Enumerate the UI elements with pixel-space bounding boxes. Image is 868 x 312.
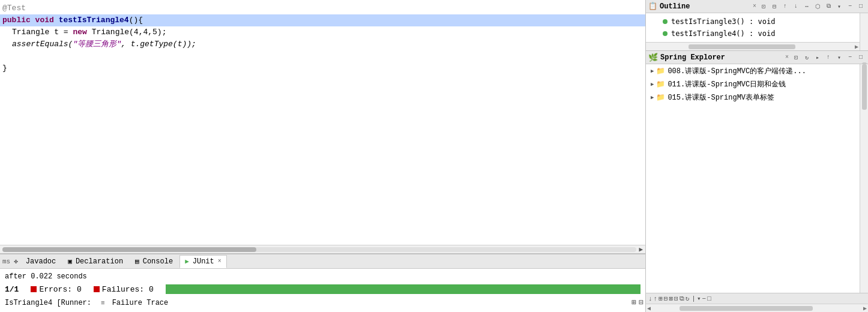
outline-body: testIsTriangle3() : void testIsTriangle4… bbox=[646, 13, 868, 50]
spring-tb-icon-2[interactable]: ⊟ bbox=[664, 295, 668, 302]
outline-scrollbar-v[interactable] bbox=[860, 13, 868, 50]
bottom-tabs-bar: ms ✤ Javadoc ▣ Declaration ▤ Console ▶ J… bbox=[0, 254, 645, 269]
tab-javadoc[interactable]: Javadoc bbox=[20, 255, 61, 268]
junit-run-row: IsTriangle4 [Runner: ≡ Failure Trace ⊞ ⊟ bbox=[5, 296, 640, 310]
tab-declaration[interactable]: ▣ Declaration bbox=[62, 255, 128, 268]
scroll-arrow-right[interactable]: ▶ bbox=[639, 245, 643, 253]
spring-item-3-text: 015.讲课版-SpringMV表单标签 bbox=[668, 92, 774, 103]
junit-content: after 0.022 seconds 1/1 Errors: 0 Failur… bbox=[0, 269, 645, 312]
spring-folder-2: 📁 bbox=[656, 80, 665, 89]
spring-scrollbar-v[interactable] bbox=[860, 64, 868, 293]
code-italic: , t.getType(t)); bbox=[121, 38, 196, 50]
spring-tb-icon-5[interactable]: ⧉ bbox=[680, 295, 684, 302]
outline-icon-6[interactable]: ⬡ bbox=[813, 2, 822, 11]
spring-tb-icon-3[interactable]: ⊠ bbox=[669, 295, 673, 302]
outline-main: testIsTriangle3() : void testIsTriangle4… bbox=[646, 13, 860, 50]
outline-scroll-right[interactable]: ▶ bbox=[855, 43, 858, 50]
spring-header: 🌿 Spring Explorer × ⊡ ↻ ▸ ↑ ▾ − □ bbox=[646, 51, 868, 64]
scrollbar-track[interactable] bbox=[2, 247, 636, 252]
bottom-icon-2[interactable]: ⊟ bbox=[639, 298, 643, 307]
spring-item-2-text: 011.讲课版-SpringMVC日期和金钱 bbox=[668, 79, 786, 89]
outline-item-2: testIsTriangle4() : void bbox=[651, 28, 855, 40]
outline-close-btn[interactable]: × bbox=[753, 3, 756, 10]
tab-console[interactable]: ▤ Console bbox=[130, 255, 178, 268]
outline-minimize[interactable]: − bbox=[845, 2, 855, 11]
errors-stat: Errors: 0 bbox=[31, 285, 81, 294]
spring-icon-2[interactable]: ↻ bbox=[802, 53, 812, 62]
editor-scrollbar-h[interactable]: ▶ bbox=[0, 245, 645, 253]
string-literal: "等腰三角形" bbox=[73, 38, 121, 50]
spring-item-1[interactable]: ▶ 📁 008.讲课版-SpringMVC的客户端传递... bbox=[646, 64, 860, 77]
outline-item-1: testIsTriangle3() : void bbox=[651, 16, 855, 28]
failures-dot bbox=[94, 286, 100, 292]
outline-header-icon: 📋 bbox=[648, 2, 657, 11]
code-line: assertEquals( "等腰三角形" , t.getType(t)); bbox=[0, 38, 645, 50]
outline-toolbar-icons: ⊡ ⊟ ↑ ↓ ⋯ ⬡ ⧉ ▾ − □ bbox=[759, 2, 866, 11]
errors-value: 0 bbox=[77, 285, 82, 294]
outline-scrollbar-h[interactable]: ▶ bbox=[646, 42, 860, 50]
junit-close-icon[interactable]: × bbox=[218, 258, 222, 265]
tab-junit[interactable]: ▶ JUnit × bbox=[179, 255, 227, 268]
errors-label: Errors: bbox=[39, 285, 72, 294]
spring-item-3[interactable]: ▶ 📁 015.讲课版-SpringMV表单标签 bbox=[646, 91, 860, 104]
problems-tab-label[interactable]: ms bbox=[2, 258, 10, 265]
spring-item-1-text: 008.讲课版-SpringMVC的客户端传递... bbox=[668, 66, 806, 76]
outline-scroll-thumb[interactable] bbox=[689, 44, 795, 49]
code-line: @Test bbox=[0, 2, 645, 14]
spring-maximize[interactable]: □ bbox=[856, 53, 866, 62]
spring-bottom-toolbar: ↓ ↑ ⊞ ⊟ ⊠ ⊡ ⧉ ↻ | ▾ − □ bbox=[646, 293, 868, 304]
declaration-label: Declaration bbox=[76, 257, 123, 266]
code-normal: Triangle t = bbox=[12, 26, 73, 38]
outline-maximize[interactable]: □ bbox=[856, 2, 866, 11]
code-normal: Triangle(4,4,5); bbox=[92, 26, 167, 38]
run-item-label: IsTriangle4 [Runner: bbox=[5, 299, 91, 307]
spring-chevron-down[interactable]: ▾ bbox=[834, 53, 844, 62]
spring-tb-icon-1[interactable]: ⊞ bbox=[659, 295, 663, 302]
spring-tb-chevron-down[interactable]: ▾ bbox=[697, 295, 701, 302]
progress-bar-container bbox=[166, 284, 640, 294]
code-area: @Test public void testIsTriangle4 (){ Tr… bbox=[0, 0, 645, 245]
spring-tb-icon-4[interactable]: ⊡ bbox=[674, 295, 678, 302]
outline-icon-7[interactable]: ⧉ bbox=[824, 2, 833, 11]
console-icon: ▤ bbox=[135, 257, 139, 265]
outline-section: 📋 Outline × ⊡ ⊟ ↑ ↓ ⋯ ⬡ ⧉ ▾ − □ bbox=[646, 0, 868, 51]
outline-header: 📋 Outline × ⊡ ⊟ ↑ ↓ ⋯ ⬡ ⧉ ▾ − □ bbox=[646, 0, 868, 13]
spring-tb-arrow-up[interactable]: ↑ bbox=[654, 295, 658, 302]
outline-icon-3[interactable]: ↑ bbox=[780, 2, 790, 11]
spring-v-thumb[interactable] bbox=[862, 64, 867, 110]
outline-icon-2[interactable]: ⊟ bbox=[770, 2, 779, 11]
spring-chevron-1: ▶ bbox=[651, 68, 654, 74]
method-name: testIsTriangle4 bbox=[59, 14, 129, 26]
spring-icon-1[interactable]: ⊡ bbox=[791, 53, 801, 62]
spring-content: ▶ 📁 008.讲课版-SpringMVC的客户端传递... ▶ 📁 011.讲… bbox=[646, 64, 860, 293]
outline-icon-5[interactable]: ⋯ bbox=[802, 2, 812, 11]
spring-icon-4[interactable]: ↑ bbox=[824, 53, 833, 62]
spring-tb-minimize[interactable]: − bbox=[702, 295, 707, 302]
spring-scroll-left[interactable]: ◀ bbox=[647, 305, 651, 312]
main-container: @Test public void testIsTriangle4 (){ Tr… bbox=[0, 0, 868, 312]
bottom-icon-1[interactable]: ⊞ bbox=[631, 298, 636, 307]
spring-tb-arrow-down[interactable]: ↓ bbox=[648, 295, 653, 302]
spring-tb-maximize[interactable]: □ bbox=[707, 295, 711, 302]
spring-folder-1: 📁 bbox=[656, 67, 665, 76]
outline-chevron-down[interactable]: ▾ bbox=[834, 2, 844, 11]
spring-scroll-right[interactable]: ▶ bbox=[863, 305, 867, 312]
right-panel: 📋 Outline × ⊡ ⊟ ↑ ↓ ⋯ ⬡ ⧉ ▾ − □ bbox=[646, 0, 868, 312]
outline-icon-1[interactable]: ⊡ bbox=[759, 2, 768, 11]
spring-close-btn[interactable]: × bbox=[785, 54, 789, 61]
spring-minimize[interactable]: − bbox=[845, 53, 855, 62]
editor-panel: @Test public void testIsTriangle4 (){ Tr… bbox=[0, 0, 646, 312]
spring-chevron-3: ▶ bbox=[651, 94, 654, 101]
spring-item-2[interactable]: ▶ 📁 011.讲课版-SpringMVC日期和金钱 bbox=[646, 77, 860, 91]
spring-body: ▶ 📁 008.讲课版-SpringMVC的客户端传递... ▶ 📁 011.讲… bbox=[646, 64, 868, 293]
spring-scroll-thumb-h[interactable] bbox=[680, 306, 813, 311]
spring-tb-icon-6[interactable]: ↻ bbox=[686, 295, 690, 302]
spring-scrollbar-h[interactable]: ◀ ▶ bbox=[646, 304, 868, 312]
scrollbar-thumb[interactable] bbox=[2, 247, 256, 252]
junit-count: 1/1 bbox=[5, 285, 19, 294]
spring-icon-3[interactable]: ▸ bbox=[813, 53, 822, 62]
failures-label: Failures: bbox=[102, 285, 144, 294]
errors-dot bbox=[31, 286, 37, 292]
outline-icon-4[interactable]: ↓ bbox=[791, 2, 801, 11]
code-line bbox=[0, 50, 645, 62]
